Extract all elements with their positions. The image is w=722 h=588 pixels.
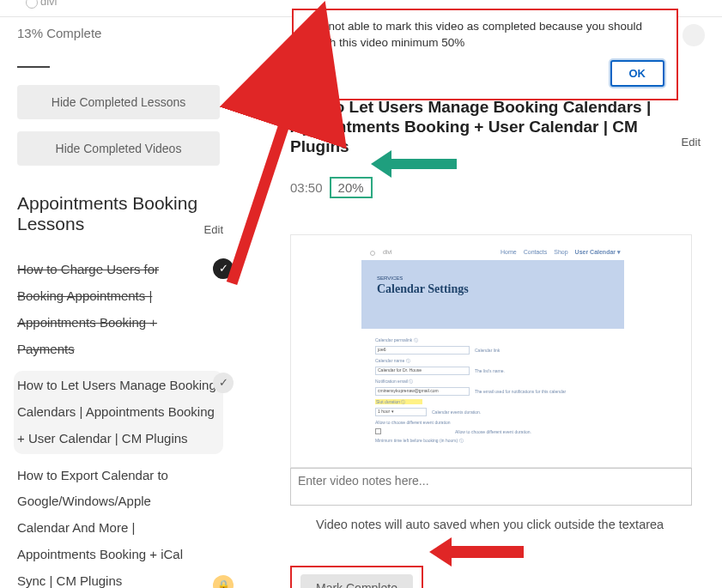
- site-logo: divi: [26, 0, 58, 9]
- video-thumbnail[interactable]: divi Home Contacts Shop User Calendar ▾ …: [290, 234, 692, 468]
- annotation-arrow-red-left: [429, 537, 524, 567]
- thumb-hero: SERVICES Calendar Settings: [361, 260, 624, 329]
- thumb-nav: divi Home Contacts Shop User Calendar ▾: [361, 247, 624, 258]
- svg-line-0: [232, 96, 294, 283]
- annotation-arrow-red-diagonal: [206, 86, 309, 292]
- video-watched-percent: 20%: [330, 177, 373, 198]
- lesson-label: How to Charge Users for Booking Appointm…: [17, 262, 159, 355]
- lesson-item[interactable]: How to Charge Users for Booking Appointm…: [17, 257, 223, 362]
- lesson-item[interactable]: How to Let Users Manage Booking Calendar…: [14, 371, 223, 453]
- sidebar-heading: Appointments Booking Lessons: [17, 193, 223, 234]
- alert-ok-button[interactable]: OK: [610, 60, 665, 87]
- hide-completed-videos-button[interactable]: Hide Completed Videos: [17, 131, 220, 166]
- check-icon: ✓: [213, 373, 234, 393]
- alert-text: You not able to mark this video as compl…: [306, 19, 664, 52]
- lesson-label: How to Export Calendar to Google/Windows…: [17, 468, 183, 588]
- alert-modal: You not able to mark this video as compl…: [292, 9, 678, 100]
- video-notes-input[interactable]: [290, 468, 692, 506]
- progress-label: 13% Complete: [17, 26, 223, 40]
- mark-complete-button[interactable]: Mark Complete: [300, 574, 413, 588]
- notes-caption: Video notes will auto saved when you cli…: [290, 518, 701, 531]
- main-edit-link[interactable]: Edit: [682, 136, 701, 149]
- divider: [17, 66, 50, 68]
- mark-complete-highlight: Mark Complete: [290, 566, 423, 588]
- course-sidebar: 13% Complete Hide Completed Lessons Hide…: [17, 26, 223, 588]
- header-avatar-placeholder: [683, 24, 705, 46]
- hide-completed-lessons-button[interactable]: Hide Completed Lessons: [17, 85, 220, 119]
- lesson-item[interactable]: How to Export Calendar to Google/Windows…: [17, 463, 223, 588]
- annotation-arrow-green: [371, 150, 457, 178]
- lesson-label: How to Let Users Manage Booking Calendar…: [17, 378, 216, 446]
- page-title: How to Let Users Manage Booking Calendar…: [290, 98, 701, 156]
- lock-icon: 🔒: [213, 575, 234, 588]
